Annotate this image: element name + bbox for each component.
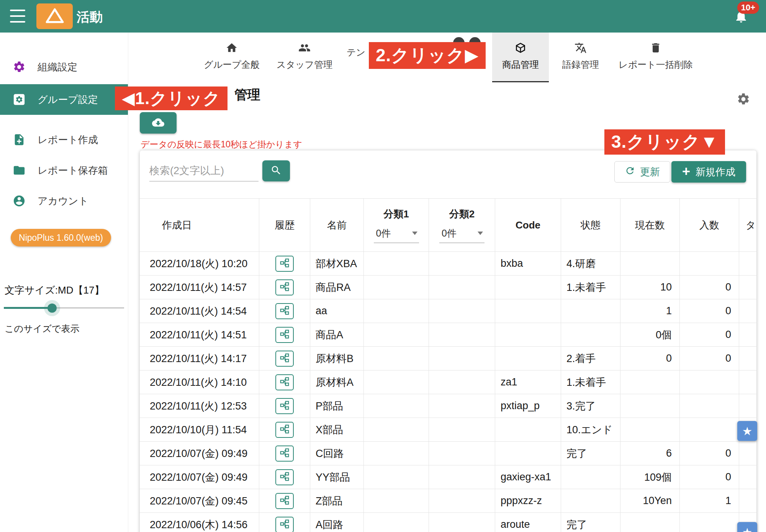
cell-history: [259, 418, 310, 441]
sidebar-item-report-storage[interactable]: レポート保存箱: [0, 155, 128, 186]
col-created: 作成日: [140, 199, 259, 251]
cell-category1: [364, 276, 429, 299]
cell-name: aa: [310, 299, 364, 323]
table-header: 作成日 履歴 名前 分類1 0件 分類2 0件 Co: [140, 198, 756, 252]
cell-code: bxba: [495, 252, 561, 275]
table-row: 2022/10/11(火) 14:51商品A0個0: [140, 323, 756, 347]
cell-stock: 0: [680, 347, 739, 370]
cell-status: [561, 465, 620, 489]
folder-icon: [12, 163, 26, 177]
cell-status: 4.研磨: [561, 252, 620, 275]
cell-current: [620, 513, 680, 532]
account-tree-icon: [280, 282, 290, 293]
sidebar-item-group-settings[interactable]: グループ設定: [0, 84, 128, 115]
cell-category1: [364, 299, 429, 323]
history-button[interactable]: [275, 327, 294, 343]
cell-history: [259, 252, 310, 275]
cell-name: 商品A: [310, 323, 364, 346]
create-button[interactable]: + 新規作成: [671, 161, 746, 183]
cell-category2: [429, 347, 495, 370]
sidebar-item-label: グループ設定: [38, 93, 98, 106]
page-settings-gear-icon[interactable]: [737, 92, 750, 106]
cell-category2: [429, 276, 495, 299]
history-button[interactable]: [275, 351, 294, 367]
cell-created: 2022/10/10(月) 11:54: [140, 418, 259, 441]
cell-created: 2022/10/06(木) 14:56: [140, 513, 259, 532]
history-button[interactable]: [275, 517, 294, 532]
col-category2: 分類2 0件: [429, 199, 495, 251]
sidebar-item-account[interactable]: アカウント: [0, 186, 128, 216]
cell-code: [495, 418, 561, 441]
history-button[interactable]: [275, 303, 294, 319]
cell-category2: [429, 489, 495, 512]
table-body: 2022/10/18(火) 10:20部材XBAbxba4.研磨2022/10/…: [140, 252, 756, 532]
table-row: 2022/10/11(火) 12:53P部品pxtiap_p3.完了: [140, 394, 756, 418]
account-tree-icon: [280, 424, 290, 435]
history-button[interactable]: [275, 446, 294, 462]
category2-filter-select[interactable]: 0件: [439, 227, 484, 243]
cell-code: pppxzz-z: [495, 489, 561, 512]
app-logo[interactable]: [36, 3, 73, 29]
cell-stock: [680, 418, 739, 441]
history-button[interactable]: [275, 422, 294, 438]
tab-staff-management[interactable]: スタッフ管理: [272, 33, 337, 82]
tab-label: レポート一括削除: [619, 59, 693, 71]
cell-category2: [429, 252, 495, 275]
search-button[interactable]: [262, 160, 290, 181]
search-icon: [270, 165, 282, 177]
cell-history: [259, 489, 310, 512]
tab-glossary-management[interactable]: 語録管理: [552, 33, 609, 82]
cell-current: 10: [620, 276, 680, 299]
col-status: 状態: [561, 199, 620, 251]
cell-current: 109個: [620, 465, 680, 489]
tab-group-general[interactable]: グループ全般: [199, 33, 264, 82]
cell-status: 完了: [561, 513, 620, 532]
history-button[interactable]: [275, 279, 294, 295]
cell-stock: [680, 370, 739, 394]
star-button[interactable]: ★: [737, 421, 757, 441]
sidebar-item-org-settings[interactable]: 組織設定: [0, 52, 128, 82]
download-button[interactable]: [140, 112, 177, 134]
sidebar-item-report-create[interactable]: レポート作成: [0, 124, 128, 155]
cell-stock: [680, 513, 739, 532]
slider-knob[interactable]: [47, 304, 57, 313]
account-tree-icon: [280, 400, 290, 411]
menu-icon[interactable]: [10, 10, 25, 23]
cell-name: 原材料B: [310, 347, 364, 370]
history-button[interactable]: [275, 469, 294, 485]
cell-current: 10Yen: [620, 489, 680, 512]
chevron-down-icon: [478, 232, 483, 235]
cell-created: 2022/10/18(火) 10:20: [140, 252, 259, 275]
tab-product-management[interactable]: 商品管理: [492, 33, 549, 82]
cell-extra: [739, 465, 756, 489]
sidebar-item-label: 組織設定: [38, 60, 77, 74]
cell-status: [561, 323, 620, 346]
cell-history: [259, 299, 310, 323]
col-stock: 入数: [680, 199, 739, 251]
search-input[interactable]: [149, 161, 259, 181]
tab-report-bulk-delete[interactable]: レポート一括削除: [610, 33, 701, 82]
star-button[interactable]: ★: [737, 522, 757, 532]
cell-stock: 1: [680, 489, 739, 512]
font-size-slider[interactable]: [4, 302, 124, 315]
history-button[interactable]: [275, 374, 294, 390]
cell-created: 2022/10/11(火) 14:54: [140, 299, 259, 323]
home-icon: [226, 42, 238, 54]
cell-history: [259, 347, 310, 370]
history-button[interactable]: [275, 398, 294, 414]
cell-current: [620, 370, 680, 394]
cell-extra: [739, 489, 756, 512]
chevron-down-icon: [412, 232, 417, 235]
category1-filter-select[interactable]: 0件: [374, 227, 419, 243]
history-button[interactable]: [275, 493, 294, 509]
cell-category1: [364, 252, 429, 275]
cell-history: [259, 370, 310, 394]
account-tree-icon: [280, 448, 290, 459]
cell-name: 部材XBA: [310, 252, 364, 275]
cell-history: [259, 442, 310, 465]
version-button[interactable]: NipoPlus 1.60.0(web): [11, 229, 111, 246]
col-extra: タ: [739, 199, 756, 251]
size-note: このサイズで表示: [5, 323, 79, 335]
refresh-button[interactable]: 更新: [614, 161, 670, 183]
history-button[interactable]: [275, 256, 294, 272]
